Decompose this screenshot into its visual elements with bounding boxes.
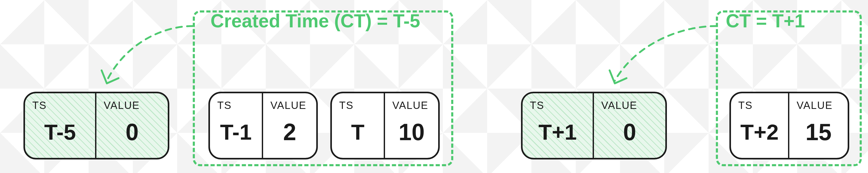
- record-tile-3-value-cell: VALUE 0: [594, 93, 665, 158]
- record-tile-0-value: 0: [104, 111, 160, 153]
- record-tile-0-value-cell: VALUE 0: [96, 93, 168, 158]
- ts-header: TS: [32, 99, 88, 111]
- ts-header: TS: [217, 99, 254, 111]
- record-tile-1-value-cell: VALUE 2: [263, 93, 316, 158]
- arrow-group2-to-tile4: [602, 16, 722, 99]
- value-header: VALUE: [601, 99, 658, 111]
- record-tile-3: TS T+1 VALUE 0: [521, 92, 667, 160]
- record-tile-1-ts-cell: TS T-1: [210, 93, 263, 158]
- record-tile-0-ts-cell: TS T-5: [25, 93, 96, 158]
- record-tile-2-ts: T: [339, 111, 376, 153]
- record-tile-0: TS T-5 VALUE 0: [24, 92, 169, 160]
- value-header: VALUE: [270, 99, 309, 111]
- record-tile-2-value-cell: VALUE 10: [385, 93, 438, 158]
- record-tile-2-value: 10: [392, 111, 431, 153]
- ts-header: TS: [339, 99, 376, 111]
- record-tile-2-ts-cell: TS T: [332, 93, 385, 158]
- arrow-group1-to-tile1: [94, 16, 203, 99]
- record-tile-1-ts: T-1: [217, 111, 254, 153]
- record-tile-4-ts: T+2: [738, 111, 781, 153]
- ts-header: TS: [738, 99, 781, 111]
- ts-header: TS: [530, 99, 585, 111]
- record-tile-4-value: 15: [797, 111, 840, 153]
- record-tile-1-value: 2: [270, 111, 309, 153]
- record-tile-4-ts-cell: TS T+2: [731, 93, 789, 158]
- record-tile-3-value: 0: [601, 111, 658, 153]
- value-header: VALUE: [392, 99, 431, 111]
- record-tile-0-ts: T-5: [32, 111, 88, 153]
- record-tile-3-ts: T+1: [530, 111, 585, 153]
- record-tile-3-ts-cell: TS T+1: [523, 93, 594, 158]
- value-header: VALUE: [797, 99, 840, 111]
- record-tile-4: TS T+2 VALUE 15: [730, 92, 849, 160]
- record-tile-2: TS T VALUE 10: [330, 92, 440, 160]
- record-tile-1: TS T-1 VALUE 2: [208, 92, 318, 160]
- created-time-group-2-label: CT = T+1: [726, 11, 805, 30]
- created-time-group-1-label: Created Time (CT) = T-5: [211, 11, 420, 30]
- record-tile-4-value-cell: VALUE 15: [789, 93, 848, 158]
- value-header: VALUE: [104, 99, 160, 111]
